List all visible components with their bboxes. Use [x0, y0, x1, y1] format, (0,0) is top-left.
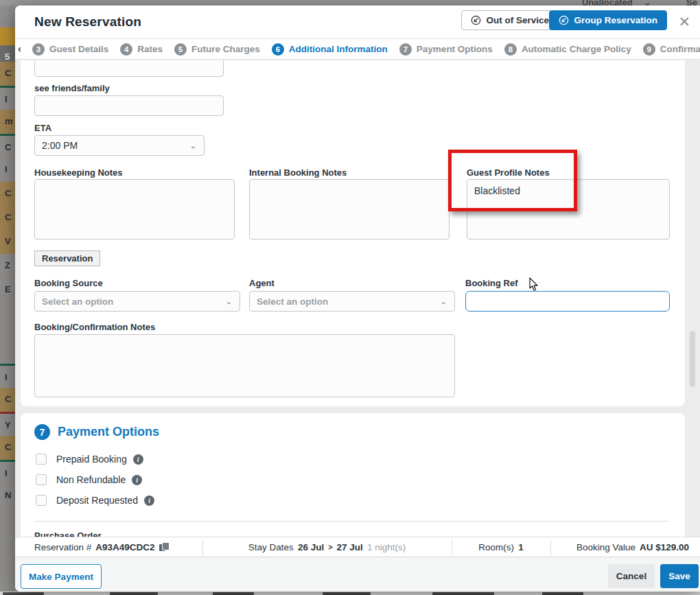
step-rates[interactable]: 4 Rates [120, 43, 163, 56]
rooms-label: Room(s) [478, 542, 514, 552]
modal-header: New Reservation Out of Service Group Res… [15, 5, 700, 39]
background-cell: N [0, 484, 15, 508]
info-icon[interactable]: i [132, 475, 142, 485]
background-bottom-strip [0, 592, 700, 595]
copy-icon[interactable] [159, 542, 169, 552]
step-number: 7 [399, 43, 412, 56]
eta-label: ETA [34, 123, 51, 133]
step-automatic-charge-policy[interactable]: 8 Automatic Charge Policy [504, 43, 631, 56]
step-label: Future Charges [191, 44, 260, 54]
check-out-date: 27 Jul [337, 542, 363, 552]
step-number: 4 [120, 43, 132, 56]
step-label: Additional Information [289, 44, 388, 54]
booking-source-label: Booking Source [34, 278, 103, 288]
payment-options-heading: 7 Payment Options [34, 424, 159, 440]
booking-source-placeholder: Select an option [42, 296, 113, 307]
step-confirmation[interactable]: 9 Confirmation [643, 43, 700, 56]
background-cell: V [0, 230, 15, 254]
step-navigation: ‹ 3 Guest Details 4 Rates 5 Future Charg… [15, 39, 700, 60]
background-cell: E [0, 278, 15, 302]
chevron-down-icon: ⌄ [189, 141, 197, 150]
group-reservation-button[interactable]: Group Reservation [549, 10, 667, 30]
chevron-down-icon: ⌄ [225, 297, 233, 305]
step-number: 5 [174, 43, 187, 56]
background-right-fragment: Se [686, 0, 697, 5]
summary-booking-value: Booking Value AU $129.00 [550, 537, 695, 557]
deposit-requested-label: Deposit Requested [53, 495, 138, 506]
deposit-requested-checkbox[interactable] [36, 495, 47, 506]
summary-reservation-number: Reservation # A93A49CDC2 [34, 537, 169, 557]
scrollbar-track[interactable] [689, 60, 697, 537]
out-of-service-button[interactable]: Out of Service [461, 10, 559, 30]
group-reservation-label: Group Reservation [574, 15, 657, 25]
reservation-number-label: Reservation # [34, 542, 91, 552]
modal-body: see friends/family ETA 2:00 PM ⌄ Houseke… [15, 60, 700, 537]
close-icon[interactable]: ✕ [678, 14, 690, 29]
background-cell: C [0, 436, 15, 460]
step-number: 6 [272, 43, 284, 56]
info-icon[interactable]: i [133, 454, 143, 465]
see-friends-family-input[interactable] [34, 95, 224, 116]
internal-booking-notes-label: Internal Booking Notes [249, 167, 347, 178]
non-refundable-checkbox-row[interactable]: Non Refundable i [36, 474, 142, 485]
agent-placeholder: Select an option [257, 296, 328, 307]
step-label: Guest Details [49, 44, 108, 54]
scrollbar-thumb[interactable] [690, 331, 695, 387]
background-cell: m [0, 110, 15, 134]
background-cell: I [0, 158, 15, 182]
payment-options-card: 7 Payment Options Prepaid Booking i Non … [21, 413, 685, 537]
eta-select[interactable]: 2:00 PM ⌄ [34, 135, 205, 156]
agent-select[interactable]: Select an option ⌄ [249, 291, 455, 312]
additional-information-card: see friends/family ETA 2:00 PM ⌄ Houseke… [21, 60, 685, 406]
cancel-button[interactable]: Cancel [608, 564, 655, 588]
info-icon[interactable]: i [144, 495, 154, 506]
booking-confirmation-notes-label: Booking/Confirmation Notes [34, 322, 155, 332]
save-button[interactable]: Save [660, 564, 699, 588]
booking-value-label: Booking Value [576, 542, 635, 552]
make-payment-button[interactable]: Make Payment [21, 564, 102, 589]
summary-rooms: Room(s) 1 [452, 537, 550, 557]
summary-stay-dates: Stay Dates 26 Jul > 27 Jul 1 night(s) [202, 537, 452, 557]
step-label: Rates [137, 44, 163, 54]
arrow-icon: > [328, 543, 332, 551]
steps-scroll-left-icon[interactable]: ‹ [18, 43, 21, 54]
guest-profile-notes-textarea[interactable]: Blacklisted [467, 179, 670, 240]
step-label: Payment Options [417, 44, 493, 54]
booking-ref-input[interactable] [465, 291, 670, 312]
step-guest-details[interactable]: 3 Guest Details [32, 43, 108, 56]
check-in-date: 26 Jul [298, 542, 324, 552]
guest-profile-notes-label: Guest Profile Notes [467, 167, 550, 178]
payment-options-title: Payment Options [58, 425, 159, 439]
screen: Unallocated ⌄ Se 5 C I m C I C C V Z E I… [0, 0, 700, 595]
chevron-down-icon: ⌄ [644, 0, 651, 5]
page-title: New Reservation [34, 14, 141, 30]
out-of-service-label: Out of Service [486, 15, 549, 25]
non-refundable-checkbox[interactable] [36, 474, 47, 485]
step-label: Confirmation [660, 44, 700, 54]
prepaid-booking-checkbox-row[interactable]: Prepaid Booking i [36, 454, 143, 465]
booking-source-select[interactable]: Select an option ⌄ [34, 291, 240, 312]
reservation-number-value: A93A49CDC2 [95, 542, 154, 552]
background-cell: I [0, 364, 15, 388]
out-of-service-icon [471, 15, 481, 25]
deposit-requested-checkbox-row[interactable]: Deposit Requested i [36, 495, 154, 506]
purchase-order-label: Purchase Order [34, 530, 102, 537]
step-payment-options[interactable]: 7 Payment Options [399, 43, 493, 56]
booking-confirmation-notes-textarea[interactable] [34, 334, 455, 397]
step-number: 9 [643, 43, 655, 56]
background-cell: 5 [0, 45, 15, 62]
truncated-top-input[interactable] [34, 60, 224, 77]
internal-booking-notes-textarea[interactable] [249, 179, 450, 240]
step-additional-information[interactable]: 6 Additional Information [272, 43, 388, 56]
housekeeping-notes-textarea[interactable] [34, 179, 235, 240]
step-future-charges[interactable]: 5 Future Charges [174, 43, 260, 56]
rooms-value: 1 [518, 542, 524, 552]
background-cell: Y [0, 412, 15, 436]
prepaid-booking-checkbox[interactable] [36, 454, 47, 465]
housekeeping-notes-label: Housekeeping Notes [34, 167, 123, 178]
background-cell: C [0, 62, 15, 86]
modal-action-bar: Make Payment Cancel Save [15, 557, 700, 592]
tab-reservation[interactable]: Reservation [34, 250, 100, 266]
agent-label: Agent [249, 278, 275, 288]
step-number-badge: 7 [34, 424, 50, 440]
